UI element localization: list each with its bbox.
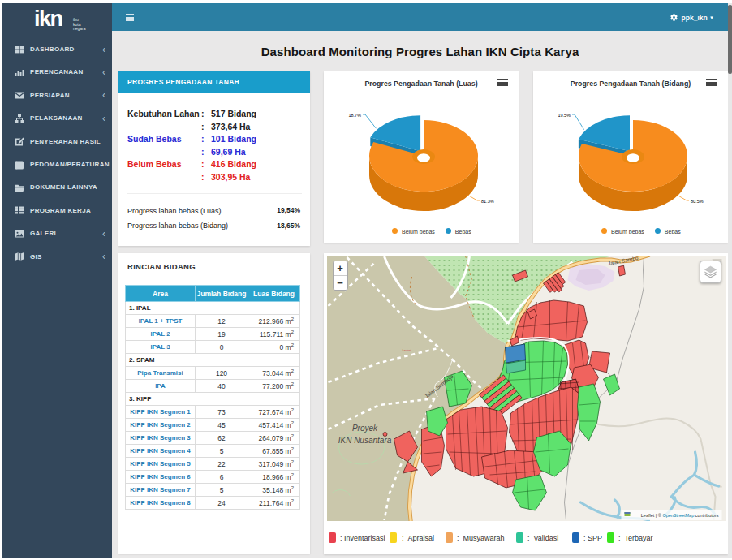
svg-text:19.5%: 19.5% — [558, 113, 571, 118]
svg-text:IKN Nusantara: IKN Nusantara — [338, 436, 391, 445]
svg-text:Proyek: Proyek — [351, 424, 377, 433]
svg-text:81.3%: 81.3% — [481, 199, 494, 204]
svg-text:18.7%: 18.7% — [348, 113, 361, 118]
svg-text:80.5%: 80.5% — [691, 199, 704, 204]
svg-text:Leaflet | © OpenStreetMap cont: Leaflet | © OpenStreetMap contributors — [640, 513, 718, 518]
svg-text:Lestari: Lestari — [402, 349, 411, 352]
